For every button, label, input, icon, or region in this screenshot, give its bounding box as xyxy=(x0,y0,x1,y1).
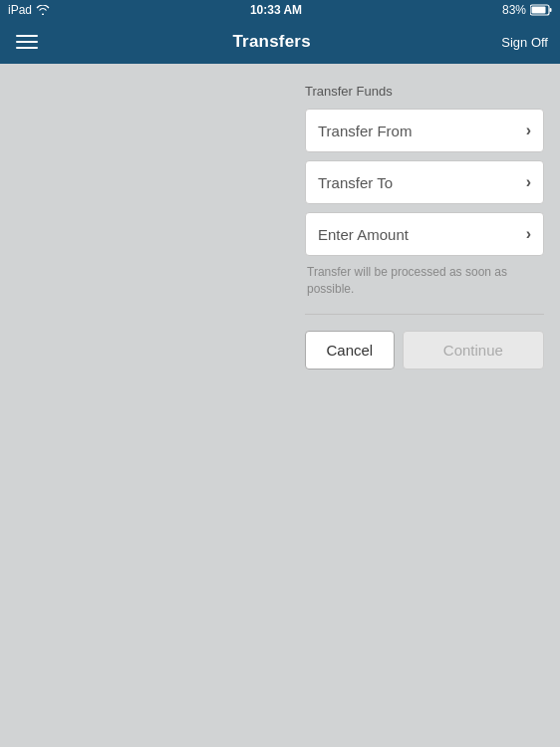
status-bar: iPad 10:33 AM 83% xyxy=(0,0,560,20)
cancel-button[interactable]: Cancel xyxy=(305,331,395,370)
battery-icon xyxy=(530,4,552,16)
transfer-to-field[interactable]: Transfer To › xyxy=(305,160,544,204)
buttons-row: Cancel Continue xyxy=(305,331,544,370)
sign-off-button[interactable]: Sign Off xyxy=(501,35,548,50)
wifi-icon xyxy=(36,5,50,15)
page-title: Transfers xyxy=(232,32,310,52)
carrier-label: iPad xyxy=(8,3,32,17)
svg-rect-1 xyxy=(550,8,552,12)
status-right: 83% xyxy=(502,3,552,17)
menu-button[interactable] xyxy=(12,31,42,53)
main-content: Transfer Funds Transfer From › Transfer … xyxy=(0,64,560,747)
transfer-from-field[interactable]: Transfer From › xyxy=(305,109,544,152)
menu-line-2 xyxy=(16,41,38,43)
enter-amount-label: Enter Amount xyxy=(318,226,409,243)
divider xyxy=(305,314,544,315)
nav-bar: Transfers Sign Off xyxy=(0,20,560,64)
info-text: Transfer will be processed as soon as po… xyxy=(305,264,544,298)
svg-rect-2 xyxy=(532,7,546,14)
menu-line-3 xyxy=(16,47,38,49)
enter-amount-chevron-icon: › xyxy=(526,225,531,243)
battery-percentage: 83% xyxy=(502,3,526,17)
transfer-to-chevron-icon: › xyxy=(526,173,531,191)
continue-button[interactable]: Continue xyxy=(403,331,544,370)
menu-line-1 xyxy=(16,35,38,37)
transfer-to-label: Transfer To xyxy=(318,174,393,191)
left-panel xyxy=(0,64,289,747)
time-label: 10:33 AM xyxy=(250,3,302,17)
right-panel: Transfer Funds Transfer From › Transfer … xyxy=(289,64,560,747)
transfer-from-label: Transfer From xyxy=(318,123,412,139)
section-title: Transfer Funds xyxy=(305,84,544,99)
status-left: iPad xyxy=(8,3,50,17)
transfer-from-chevron-icon: › xyxy=(526,122,531,139)
enter-amount-field[interactable]: Enter Amount › xyxy=(305,212,544,256)
